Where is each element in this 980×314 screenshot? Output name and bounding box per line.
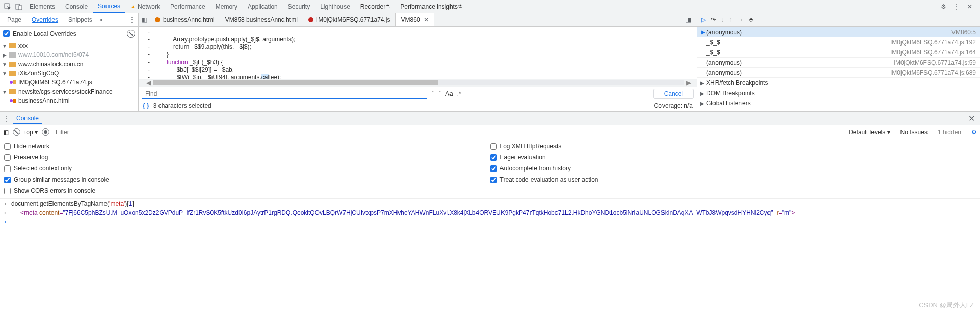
sources-main: Page Overrides Snippets » ⋮ Enable Local…: [0, 13, 980, 111]
console-settings-icon[interactable]: ⚙: [971, 129, 977, 136]
tree-file-html[interactable]: businessAnnc.html: [0, 96, 138, 105]
subtab-more-icon[interactable]: »: [99, 16, 103, 23]
svg-point-10: [10, 99, 13, 102]
drawer-tab-console[interactable]: Console: [13, 113, 42, 124]
regex-toggle[interactable]: .*: [457, 90, 461, 97]
match-case-toggle[interactable]: Aa: [445, 90, 453, 97]
opt-selected-context[interactable]: Selected context only: [4, 165, 490, 172]
tab-sources[interactable]: Sources: [93, 0, 125, 13]
opt-group-similar[interactable]: Group similar messages in console: [4, 176, 490, 183]
clear-console-icon[interactable]: [13, 128, 20, 136]
tab-network[interactable]: Network: [125, 0, 165, 13]
device-toggle-icon[interactable]: [13, 1, 24, 12]
opt-preserve-log[interactable]: Preserve log: [4, 154, 490, 161]
svg-rect-11: [13, 99, 16, 103]
tree-file-js[interactable]: IM0jQktM6FSQ.6771a74.js: [0, 78, 138, 87]
tab-elements[interactable]: Elements: [24, 0, 60, 13]
find-input[interactable]: [142, 89, 427, 99]
drawer-close-icon[interactable]: ✕: [966, 113, 977, 123]
settings-icon[interactable]: ⚙: [938, 1, 948, 12]
stack-frame[interactable]: (anonymous)IM0jQktM6FSQ.6771a74.js:59: [697, 58, 980, 68]
stack-frame[interactable]: _$_$IM0jQktM6FSQ.6771a74.js:164: [697, 47, 980, 58]
debugger-sections: ▶XHR/fetch Breakpoints ▶DOM Breakpoints …: [697, 78, 980, 108]
step-out-icon[interactable]: ↑: [729, 16, 732, 23]
opt-cors[interactable]: Show CORS errors in console: [4, 187, 490, 194]
tree-folder[interactable]: ▼www.chinastock.com.cn: [0, 60, 138, 69]
filetab[interactable]: VM858 businessAnnc.html: [220, 13, 303, 26]
tab-memory[interactable]: Memory: [210, 0, 243, 13]
subtab-page[interactable]: Page: [3, 14, 25, 25]
toggle-debugger-icon[interactable]: ◨: [682, 14, 694, 25]
find-cancel-button[interactable]: Cancel: [653, 89, 694, 99]
toggle-navigator-icon[interactable]: ◧: [139, 14, 150, 25]
svg-rect-9: [9, 89, 16, 94]
deactivate-bp-icon[interactable]: ⬘: [749, 16, 753, 23]
filetab-active[interactable]: VM860✕: [396, 13, 434, 26]
live-expression-icon[interactable]: [42, 128, 49, 136]
editor-hscrollbar[interactable]: ◀▶: [139, 79, 697, 87]
more-icon[interactable]: ⋮: [951, 1, 962, 12]
drawer-kebab-icon[interactable]: ⋮: [3, 115, 9, 122]
svg-rect-2: [19, 6, 22, 10]
subtab-snippets[interactable]: Snippets: [64, 14, 96, 25]
svg-rect-6: [9, 71, 16, 76]
context-selector[interactable]: top ▾: [24, 129, 38, 136]
step-into-icon[interactable]: ↓: [721, 16, 724, 23]
console-drawer: ⋮ Console ✕ ◧ top ▾ Default levels ▾ No …: [0, 111, 980, 229]
editor-panel: ◧ businessAnnc.html VM858 businessAnnc.h…: [139, 13, 697, 111]
editor-statusbar: { } 3 characters selected Coverage: n/a: [139, 100, 697, 111]
console-input-line[interactable]: ›document.getElementsByTagName('meta')[1…: [4, 200, 976, 209]
section-global-listeners[interactable]: ▶Global Listeners: [697, 98, 980, 108]
find-prev-icon[interactable]: ˄: [431, 90, 434, 97]
opt-eager[interactable]: Eager evaluation: [490, 154, 976, 161]
log-levels-dropdown[interactable]: Default levels ▾: [845, 128, 893, 137]
section-dom-bp[interactable]: ▶DOM Breakpoints: [697, 88, 980, 98]
close-tab-icon[interactable]: ✕: [423, 16, 429, 23]
stack-frame[interactable]: ▶(anonymous)VM860:5: [697, 27, 980, 37]
console-filter-input[interactable]: [54, 128, 841, 137]
clear-overrides-icon[interactable]: [127, 30, 135, 38]
tab-recorder[interactable]: Recorder ⚗: [355, 0, 395, 13]
tab-perf-insights[interactable]: Performance insights ⚗: [395, 0, 467, 13]
tab-lighthouse[interactable]: Lighthouse: [315, 0, 355, 13]
debugger-panel: ▷ ↷ ↓ ↑ → ⬘ ▶(anonymous)VM860:5 _$_$IM0j…: [697, 13, 980, 111]
opt-autocomplete[interactable]: Autocomplete from history: [490, 165, 976, 172]
tab-performance[interactable]: Performance: [165, 0, 210, 13]
gutter: -------: [139, 27, 153, 79]
console-sidebar-toggle-icon[interactable]: ◧: [3, 129, 9, 136]
tab-application[interactable]: Application: [243, 0, 283, 13]
stack-frame[interactable]: (anonymous)IM0jQktM6FSQ.6771a74.js:689: [697, 68, 980, 78]
opt-hide-network[interactable]: Hide network: [4, 142, 490, 150]
step-icon[interactable]: →: [737, 16, 744, 23]
tab-console[interactable]: Console: [60, 0, 93, 13]
console-prompt[interactable]: ›: [4, 218, 976, 227]
pretty-print-icon[interactable]: { }: [143, 102, 149, 109]
filetab[interactable]: businessAnnc.html: [150, 13, 220, 26]
code-editor[interactable]: ------- Array.prototype.push.apply(_$j$,…: [139, 27, 697, 79]
subtab-overrides[interactable]: Overrides: [28, 14, 62, 25]
console-output-line[interactable]: ‹<meta content="7Fj66C5phBZsU.M_uOxon5x2…: [4, 209, 976, 218]
filetab[interactable]: IM0jQktM6FSQ.6771a74.js: [303, 13, 396, 26]
stack-frame[interactable]: _$_$IM0jQktM6FSQ.6771a74.js:192: [697, 37, 980, 47]
hidden-count: 1 hidden: [935, 128, 964, 137]
section-xhr-bp[interactable]: ▶XHR/fetch Breakpoints: [697, 78, 980, 88]
opt-treat-user[interactable]: Treat code evaluation as user action: [490, 176, 976, 183]
step-over-icon[interactable]: ↷: [711, 16, 716, 23]
inspect-icon[interactable]: [2, 1, 13, 12]
tree-folder[interactable]: ▼newsite/cgs-services/stockFinance: [0, 87, 138, 96]
watermark: CSDN @局外人LZ: [919, 301, 974, 310]
console-toolbar: ◧ top ▾ Default levels ▾ No Issues 1 hid…: [0, 125, 980, 139]
navigator-kebab-icon[interactable]: ⋮: [129, 16, 135, 23]
opt-log-xhr[interactable]: Log XMLHttpRequests: [490, 142, 976, 150]
svg-rect-3: [9, 43, 16, 48]
close-devtools-icon[interactable]: ✕: [965, 1, 975, 12]
enable-overrides-checkbox[interactable]: [3, 30, 10, 37]
issues-button[interactable]: No Issues: [897, 128, 931, 137]
tab-security[interactable]: Security: [283, 0, 315, 13]
tree-root[interactable]: ▼xxx: [0, 41, 138, 50]
tree-folder[interactable]: ▶www.10010.com/net5/074: [0, 50, 138, 60]
resume-icon[interactable]: ▷: [701, 16, 706, 23]
find-next-icon[interactable]: ˅: [438, 90, 441, 97]
enable-overrides-label: Enable Local Overrides: [13, 30, 76, 37]
tree-folder[interactable]: ▼iXkZonSlgCbQ: [0, 69, 138, 78]
